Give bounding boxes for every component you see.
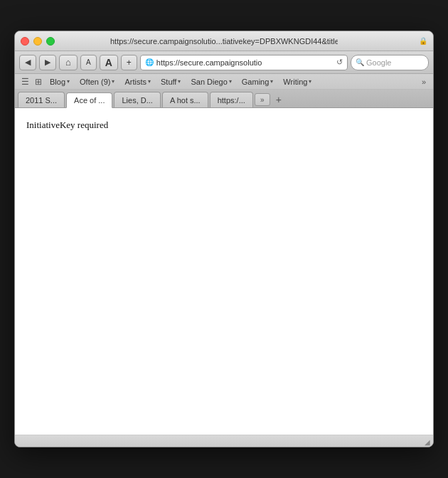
close-button[interactable] [21, 37, 29, 46]
browser-window: https://secure.campaignsolutio...tiative… [14, 31, 434, 447]
chevron-down-icon: ▾ [229, 78, 232, 85]
navigation-bar: ◀ ▶ ⌂ A A + 🌐 https://secure.campaignsol… [15, 51, 433, 74]
font-large-button[interactable]: A [100, 55, 118, 70]
window-title: https://secure.campaignsolutio...tiative… [110, 37, 338, 46]
forward-button[interactable]: ▶ [39, 55, 56, 70]
page-message: InitiativeKey required [26, 120, 422, 131]
reader-icon[interactable]: ☰ [19, 77, 31, 87]
home-button[interactable]: ⌂ [59, 55, 78, 70]
grid-icon[interactable]: ⊞ [33, 77, 44, 87]
search-icon: 🔍 [356, 58, 364, 66]
new-tab-button[interactable]: + [272, 93, 286, 106]
chevron-down-icon: ▾ [148, 78, 151, 85]
bookmark-blog[interactable]: Blog ▾ [46, 77, 74, 87]
tabs-bar: 2011 S... Ace of ... Lies, D... A hot s.… [15, 90, 433, 108]
bookmark-often[interactable]: Often (9) ▾ [75, 77, 119, 87]
tab-https[interactable]: https:/... [210, 92, 253, 107]
status-bar: ◢ [15, 435, 433, 447]
font-small-button[interactable]: A [80, 55, 97, 70]
tab-lies[interactable]: Lies, D... [114, 92, 160, 107]
bookmarks-overflow-button[interactable]: » [419, 78, 429, 86]
chevron-down-icon: ▾ [309, 78, 311, 85]
url-favicon-icon: 🌐 [145, 58, 154, 66]
resize-handle[interactable]: ◢ [420, 436, 430, 446]
chevron-down-icon: ▾ [112, 78, 114, 85]
window-controls [21, 37, 55, 46]
bookmark-artists[interactable]: Artists ▾ [120, 77, 155, 87]
chevron-down-icon: ▾ [270, 78, 273, 85]
tab-ahots[interactable]: A hot s... [162, 92, 208, 107]
add-button[interactable]: + [121, 55, 137, 70]
back-button[interactable]: ◀ [19, 55, 36, 70]
bookmark-gaming[interactable]: Gaming ▾ [238, 77, 278, 87]
bookmark-writing[interactable]: Writing ▾ [279, 77, 316, 87]
chevron-down-icon: ▾ [67, 78, 70, 85]
search-placeholder: Google [366, 58, 391, 67]
maximize-button[interactable] [46, 37, 55, 46]
bookmarks-bar: ☰ ⊞ Blog ▾ Often (9) ▾ Artists ▾ Stuff ▾… [15, 74, 433, 90]
reload-button[interactable]: ↺ [336, 58, 343, 67]
minimize-button[interactable] [33, 37, 42, 46]
tab-ace-of[interactable]: Ace of ... [66, 92, 112, 108]
tab-2011s[interactable]: 2011 S... [18, 92, 65, 107]
tabs-overflow-button[interactable]: » [255, 93, 270, 106]
search-bar[interactable]: 🔍 Google [351, 55, 429, 70]
chevron-down-icon: ▾ [178, 78, 181, 85]
title-bar: https://secure.campaignsolutio...tiative… [15, 31, 433, 51]
bookmark-sandiego[interactable]: San Diego ▾ [186, 77, 235, 87]
page-content: InitiativeKey required [15, 108, 433, 435]
lock-icon: 🔒 [419, 37, 427, 45]
url-display: https://secure.campaignsolutio [156, 58, 334, 67]
url-bar[interactable]: 🌐 https://secure.campaignsolutio ↺ [140, 55, 348, 70]
bookmark-stuff[interactable]: Stuff ▾ [156, 77, 185, 87]
